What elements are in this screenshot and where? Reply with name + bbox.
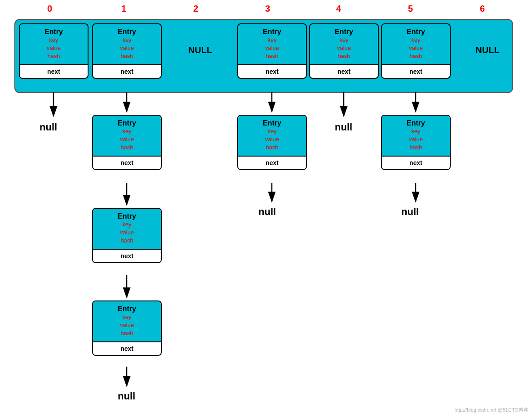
cell-1-l4-hash: hash xyxy=(95,329,159,337)
cell-1-l4-key: key xyxy=(95,313,159,321)
cell-1-l2-next: next xyxy=(93,156,161,169)
cell-0-hash: hash xyxy=(22,52,86,60)
cell-3-l2-hash: hash xyxy=(240,143,304,152)
cell-1-l4-next: next xyxy=(93,341,161,355)
cell-3-l2-title: Entry xyxy=(240,119,304,127)
cell-1-l3-top: Entry key value hash xyxy=(93,209,161,249)
cell-0-key: key xyxy=(22,36,86,44)
cell-5-entry: Entry key value hash next xyxy=(381,23,451,79)
index-1: 1 xyxy=(121,4,126,14)
cell-5-l2-hash: hash xyxy=(384,143,448,152)
cell-1-l3-value: value xyxy=(95,229,159,237)
cell-4-value: value xyxy=(312,44,376,52)
cell-1-l4-entry: Entry key value hash next xyxy=(92,300,162,356)
cell-1-l2-entry: Entry key value hash next xyxy=(92,115,162,170)
cell-5-key: key xyxy=(384,36,448,44)
index-0: 0 xyxy=(47,4,52,14)
cell-3-hash: hash xyxy=(240,52,304,60)
cell-5-l2-top: Entry key value hash xyxy=(382,116,450,156)
cell-3-next: next xyxy=(238,64,306,78)
cell-5-l2-key: key xyxy=(384,127,448,135)
cell-1-l4-top: Entry key value hash xyxy=(93,301,161,341)
cell-1-l3-title: Entry xyxy=(95,212,159,220)
cell-3-title: Entry xyxy=(240,28,304,36)
cell-3-l2-key: key xyxy=(240,127,304,135)
cell-1-title: Entry xyxy=(95,28,159,36)
cell-1-next: next xyxy=(93,64,161,78)
index-6: 6 xyxy=(480,4,485,14)
null-0: null xyxy=(40,121,57,133)
null-3-l2: null xyxy=(258,206,276,218)
cell-1-top: Entry key value hash xyxy=(93,24,161,64)
watermark: http://blog.csdn.net @51CTO博客 xyxy=(455,407,528,413)
cell-3-l2-next: next xyxy=(238,156,306,169)
cell-1-l2-top: Entry key value hash xyxy=(93,116,161,156)
cell-0-value: value xyxy=(22,44,86,52)
cell-3-top: Entry key value hash xyxy=(238,24,306,64)
index-4: 4 xyxy=(336,4,341,14)
cell-1-entry: Entry key value hash next xyxy=(92,23,162,79)
cell-5-l2-next: next xyxy=(382,156,450,169)
index-3: 3 xyxy=(265,4,270,14)
cell-0-next: next xyxy=(20,64,88,78)
cell-2-null: NULL xyxy=(165,45,235,55)
cell-3-entry: Entry key value hash next xyxy=(237,23,307,79)
cell-0-title: Entry xyxy=(22,28,86,36)
cell-1-l3-key: key xyxy=(95,220,159,229)
cell-0-top: Entry key value hash xyxy=(20,24,88,64)
cell-1-l3-next: next xyxy=(93,249,161,262)
cell-4-key: key xyxy=(312,36,376,44)
cell-5-l2-title: Entry xyxy=(384,119,448,127)
cell-4-hash: hash xyxy=(312,52,376,60)
cell-3-l2-top: Entry key value hash xyxy=(238,116,306,156)
diagram: 0 1 2 3 4 5 6 Entry key value hash next … xyxy=(0,0,532,417)
cell-1-l4-value: value xyxy=(95,321,159,329)
cell-5-l2-entry: Entry key value hash next xyxy=(381,115,451,170)
cell-1-l3-hash: hash xyxy=(95,237,159,245)
cell-4-next: next xyxy=(310,64,378,78)
cell-6-null: NULL xyxy=(458,45,517,55)
cell-5-value: value xyxy=(384,44,448,52)
cell-1-key: key xyxy=(95,36,159,44)
cell-1-l2-hash: hash xyxy=(95,143,159,152)
cell-5-l2-value: value xyxy=(384,135,448,143)
cell-5-top: Entry key value hash xyxy=(382,24,450,64)
cell-1-value: value xyxy=(95,44,159,52)
index-5: 5 xyxy=(408,4,413,14)
cell-1-l2-title: Entry xyxy=(95,119,159,127)
cell-3-l2-value: value xyxy=(240,135,304,143)
null-4: null xyxy=(335,121,352,133)
cell-1-l2-key: key xyxy=(95,127,159,135)
cell-4-title: Entry xyxy=(312,28,376,36)
cell-5-hash: hash xyxy=(384,52,448,60)
cell-5-next: next xyxy=(382,64,450,78)
cell-1-hash: hash xyxy=(95,52,159,60)
null-1-l4: null xyxy=(118,390,135,402)
cell-5-title: Entry xyxy=(384,28,448,36)
cell-4-top: Entry key value hash xyxy=(310,24,378,64)
cell-3-l2-entry: Entry key value hash next xyxy=(237,115,307,170)
null-5-l2: null xyxy=(401,206,419,218)
cell-3-value: value xyxy=(240,44,304,52)
cell-1-l2-value: value xyxy=(95,135,159,143)
index-2: 2 xyxy=(193,4,198,14)
cell-3-key: key xyxy=(240,36,304,44)
cell-4-entry: Entry key value hash next xyxy=(309,23,379,79)
cell-1-l4-title: Entry xyxy=(95,305,159,313)
cell-1-l3-entry: Entry key value hash next xyxy=(92,208,162,263)
cell-0-entry: Entry key value hash next xyxy=(19,23,89,79)
